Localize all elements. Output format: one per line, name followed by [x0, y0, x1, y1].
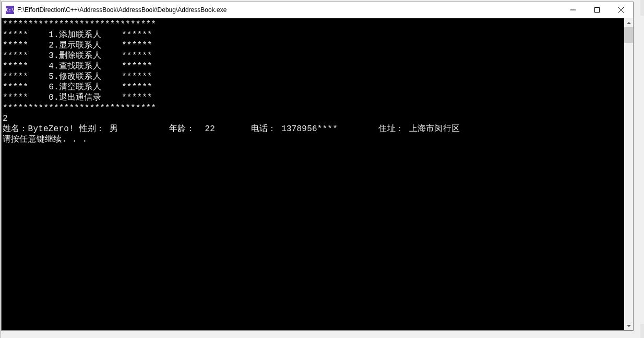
scroll-up-button[interactable] [624, 18, 633, 27]
menu-row-left: ***** [3, 62, 28, 71]
minimize-icon [570, 7, 576, 13]
scroll-down-button[interactable] [624, 321, 633, 330]
user-input: 2 [3, 114, 8, 123]
menu-row-left: ***** [3, 83, 28, 92]
menu-row-right: ****** [122, 93, 152, 102]
right-edge [640, 0, 644, 338]
minimize-button[interactable] [561, 2, 585, 18]
menu-row: ***** 0.退出通信录 ****** [3, 93, 152, 102]
menu-item: 6.清空联系人 [49, 83, 101, 92]
address-value: 上海市闵行区 [409, 124, 460, 134]
titlebar[interactable]: C:\ F:\EffortDirection\C++\AddressBook\A… [2, 2, 633, 18]
window-title: F:\EffortDirection\C++\AddressBook\Addre… [17, 6, 561, 14]
menu-item: 3.删除联系人 [49, 51, 101, 61]
menu-border-top: ****************************** [3, 20, 156, 29]
menu-row-right: ****** [122, 41, 152, 50]
name-value: ByteZero! [28, 124, 74, 134]
menu-item: 4.查找联系人 [49, 62, 101, 71]
svg-marker-4 [627, 22, 631, 24]
maximize-icon [594, 7, 600, 13]
name-label: 姓名： [3, 124, 28, 134]
vertical-scrollbar[interactable] [624, 18, 633, 330]
address-label: 住址： [378, 124, 404, 134]
record-line: 姓名：ByteZero! 性别： 男 年龄： 22 电话： 1378956***… [3, 124, 460, 134]
menu-row: ***** 3.删除联系人 ****** [3, 51, 152, 61]
menu-row-left: ***** [3, 93, 28, 102]
menu-border-bottom: ****************************** [3, 103, 156, 113]
menu-row-right: ****** [122, 62, 152, 71]
scroll-track[interactable] [624, 27, 633, 321]
app-icon: C:\ [6, 6, 14, 14]
scroll-thumb[interactable] [624, 27, 633, 43]
menu-row: ***** 5.修改联系人 ****** [3, 72, 152, 81]
gender-label: 性别： [79, 124, 105, 134]
menu-row-right: ****** [122, 83, 152, 92]
menu-row: ***** 6.清空联系人 ****** [3, 83, 152, 92]
phone-label: 电话： [251, 124, 277, 134]
menu-item: 0.退出通信录 [49, 93, 101, 102]
menu-row-left: ***** [3, 51, 28, 61]
window-controls [561, 2, 633, 18]
maximize-button[interactable] [585, 2, 609, 18]
chevron-up-icon [627, 22, 631, 24]
continue-prompt: 请按任意键继续. . . [3, 135, 87, 144]
menu-item: 1.添加联系人 [49, 30, 101, 40]
age-value: 22 [205, 124, 216, 134]
svg-rect-1 [595, 8, 600, 13]
menu-row-left: ***** [3, 41, 28, 50]
menu-row-left: ***** [3, 30, 28, 40]
close-icon [618, 7, 624, 13]
age-label: 年龄： [169, 124, 195, 134]
console-output[interactable]: ****************************** ***** 1.添… [2, 18, 633, 330]
menu-item: 2.显示联系人 [49, 41, 101, 50]
menu-row: ***** 2.显示联系人 ****** [3, 41, 152, 50]
phone-value: 1378956**** [281, 124, 338, 134]
menu-row-left: ***** [3, 72, 28, 81]
close-button[interactable] [609, 2, 633, 18]
background-scrollbar [640, 16, 644, 324]
svg-marker-5 [627, 325, 631, 327]
gender-value: 男 [110, 124, 118, 134]
menu-row-right: ****** [122, 72, 152, 81]
menu-row-right: ****** [122, 30, 152, 40]
menu-item: 5.修改联系人 [49, 72, 101, 81]
menu-row-right: ****** [122, 51, 152, 61]
menu-row: ***** 1.添加联系人 ****** [3, 30, 152, 40]
chevron-down-icon [627, 325, 631, 327]
menu-row: ***** 4.查找联系人 ****** [3, 62, 152, 71]
console-window: C:\ F:\EffortDirection\C++\AddressBook\A… [1, 2, 634, 331]
